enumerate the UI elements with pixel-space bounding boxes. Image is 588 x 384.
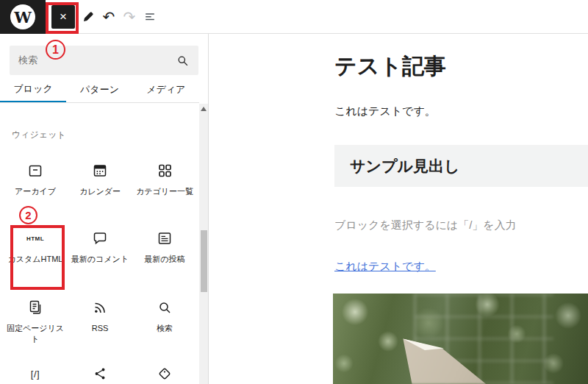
heading-text: サンプル見出し (350, 156, 459, 177)
post-title[interactable]: テスト記事 (334, 51, 446, 82)
annotation-box-close-button (46, 2, 79, 34)
content-image[interactable] (333, 294, 588, 384)
comment-icon (91, 230, 109, 247)
block-item-shortcode[interactable]: [/] (3, 358, 68, 384)
scrollbar-up-arrow-icon[interactable] (201, 107, 207, 111)
block-item-label: カレンダー (71, 186, 129, 197)
list-view-button[interactable] (138, 5, 162, 29)
editor-canvas: テスト記事 これはテストです。 サンプル見出し ブロックを選択するには「/」を入… (209, 34, 588, 384)
tab-media[interactable]: メディア (133, 77, 199, 102)
annotation-box-custom-html (10, 225, 65, 290)
block-item-tag[interactable] (132, 358, 197, 384)
undo-icon: ↶ (103, 8, 115, 26)
wordpress-logo-icon: W (10, 4, 35, 29)
block-search-input[interactable]: 検索 (10, 46, 198, 75)
post-list-icon (156, 230, 173, 247)
block-item-latest-posts[interactable]: 最新の投稿 (132, 222, 197, 291)
shortcode-icon: [/] (26, 365, 44, 383)
tab-blocks[interactable]: ブロック (0, 77, 66, 102)
tag-icon (156, 365, 173, 383)
list-view-icon (143, 10, 157, 24)
block-item-label: 検索 (135, 323, 194, 334)
search-icon (176, 54, 190, 68)
block-item-label: 最新の投稿 (135, 254, 194, 265)
block-item-page-list[interactable]: 固定ページリスト (3, 291, 68, 358)
block-item-social-share[interactable] (68, 358, 132, 384)
block-item-latest-comments[interactable]: 最新のコメント (68, 222, 132, 291)
pages-icon (26, 299, 44, 316)
sidebar-scrollbar[interactable] (199, 104, 208, 384)
test-link[interactable]: これはテストです。 (334, 260, 436, 274)
calendar-icon (91, 162, 109, 179)
heading-block[interactable]: サンプル見出し (334, 145, 588, 187)
scrollbar-thumb[interactable] (201, 230, 207, 292)
rss-icon (91, 299, 109, 316)
block-item-label: 固定ページリスト (6, 323, 65, 345)
share-icon (91, 365, 109, 383)
block-item-rss[interactable]: RSS (68, 291, 132, 358)
editor-toolbar: W × ↶ ↷ (0, 0, 588, 34)
wordpress-block-editor: W × ↶ ↷ 検索 (0, 0, 588, 384)
paragraph-block[interactable]: これはテストです。 (334, 104, 436, 118)
block-item-label: カテゴリー一覧 (135, 186, 194, 197)
block-item-label: RSS (71, 323, 129, 334)
inserter-tabs: ブロック パターン メディア (0, 77, 199, 103)
search-block-icon (156, 299, 173, 316)
block-item-search[interactable]: 検索 (132, 291, 197, 358)
block-item-label: アーカイブ (6, 186, 65, 197)
block-item-categories[interactable]: カテゴリー一覧 (132, 154, 197, 222)
block-item-calendar[interactable]: カレンダー (68, 154, 132, 222)
widgets-section-label: ウィジェット (12, 129, 66, 141)
categories-icon (156, 162, 173, 179)
pencil-icon (82, 10, 95, 24)
annotation-step-2: 2 (19, 206, 37, 224)
redo-icon: ↷ (123, 8, 136, 26)
annotation-step-1: 1 (46, 40, 65, 60)
empty-block-placeholder[interactable]: ブロックを選択するには「/」を入力 (334, 218, 517, 232)
archive-icon (26, 162, 44, 179)
tab-patterns[interactable]: パターン (66, 77, 132, 102)
search-placeholder: 検索 (18, 54, 176, 67)
wordpress-menu-button[interactable]: W (0, 0, 46, 34)
block-item-label: 最新のコメント (71, 254, 129, 265)
